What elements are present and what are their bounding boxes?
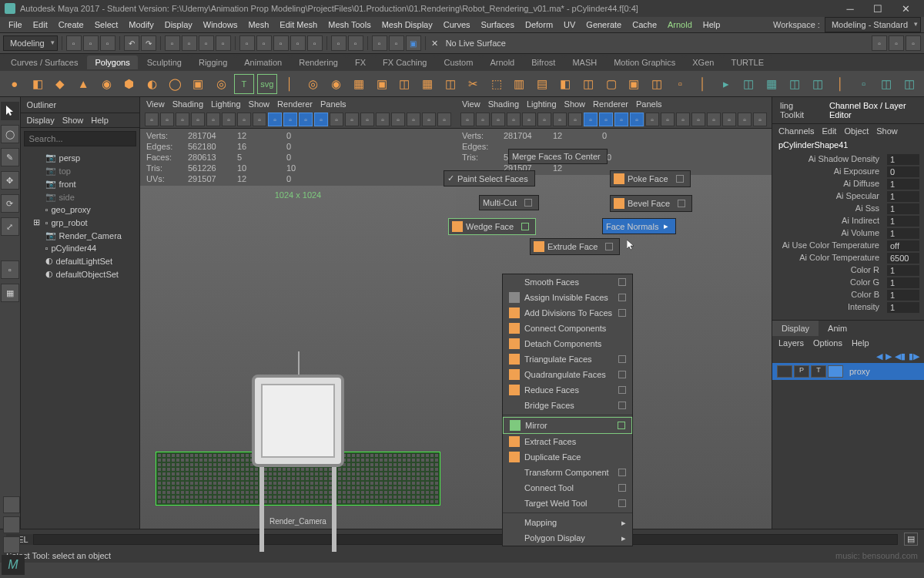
script-editor-icon[interactable]: ▤ (904, 533, 918, 546)
vp-icon-4[interactable]: ▫ (522, 113, 536, 126)
menu-mesh-display[interactable]: Mesh Display (377, 18, 438, 31)
shelf-poly-icon-9[interactable]: ◎ (211, 74, 231, 94)
layer-move-down-icon[interactable]: ◀ (876, 351, 882, 361)
vp-icon-2[interactable]: ▫ (176, 113, 189, 126)
shelf-poly-icon-12[interactable]: │ (280, 74, 300, 94)
layout-single-icon[interactable]: ▫ (1, 260, 19, 279)
shelf-poly-icon-26[interactable]: ▢ (601, 74, 621, 94)
menu-file[interactable]: File (3, 18, 28, 31)
open-scene-icon[interactable]: ▫ (83, 35, 99, 51)
ctx-bridge-faces[interactable]: Bridge Faces (503, 398, 632, 413)
shelf-poly-icon-36[interactable]: │ (831, 74, 851, 94)
ctx-detach-components[interactable]: Detach Components (503, 336, 632, 351)
outliner-menu-help[interactable]: Help (91, 116, 109, 125)
shelf-poly-icon-30[interactable]: │ (693, 74, 713, 94)
close-button[interactable]: ✕ (892, 3, 919, 15)
paint-select-icon[interactable]: ▫ (216, 35, 231, 51)
mm-poke-face[interactable]: Poke Face (610, 170, 691, 187)
attr-ai-indirect[interactable]: 1 (887, 216, 919, 227)
select-icon[interactable]: ▫ (182, 35, 197, 51)
attr-color-r[interactable]: 1 (887, 265, 919, 276)
minimize-button[interactable]: ─ (836, 3, 864, 15)
vp-icon-10[interactable]: ▫ (299, 113, 313, 126)
save-scene-icon[interactable]: ▫ (100, 35, 116, 51)
shelf-tab-arnold[interactable]: Arnold (482, 55, 522, 69)
snap-grid-icon[interactable]: ▫ (239, 35, 255, 51)
ctx-reduce-faces[interactable]: Reduce Faces (503, 382, 632, 398)
shelf-poly-icon-0[interactable]: ● (5, 74, 25, 94)
vp-icon-7[interactable]: ▫ (253, 113, 266, 126)
shelf-poly-icon-35[interactable]: ◫ (808, 74, 828, 94)
vp-icon-18[interactable]: ▫ (422, 113, 436, 126)
time-slider-track[interactable] (33, 534, 898, 545)
attr-ai-specular[interactable]: 1 (887, 191, 919, 202)
select-by-type-icon[interactable]: ▫ (165, 35, 180, 51)
outliner-node-grp_robot[interactable]: ⊞▫grp_robot (24, 216, 136, 229)
vp-icon-14[interactable]: ▫ (676, 113, 690, 126)
menu-deform[interactable]: Deform (520, 18, 558, 31)
ctx-triangulate-faces[interactable]: Triangulate Faces (503, 351, 632, 367)
layer-tab-anim[interactable]: Anim (819, 321, 856, 336)
ctx-assign-invisible-faces[interactable]: Assign Invisible Faces (503, 290, 632, 305)
shelf-poly-icon-16[interactable]: ▣ (372, 74, 392, 94)
vp-icon-1[interactable]: ▫ (476, 113, 490, 126)
new-scene-icon[interactable]: ▫ (66, 35, 82, 51)
vp-icon-5[interactable]: ▫ (222, 113, 236, 126)
vp-menu-show[interactable]: Show (564, 99, 586, 109)
outliner-node-top[interactable]: 📷top (24, 164, 136, 177)
layer-vis-toggle[interactable] (777, 365, 792, 378)
shelf-poly-icon-32[interactable]: ◫ (739, 74, 759, 94)
select-tool-icon[interactable] (1, 102, 19, 120)
shelf-tab-motion-graphics[interactable]: Motion Graphics (606, 55, 683, 69)
undo-icon[interactable]: ↶ (124, 35, 139, 51)
extra-tool-2-icon[interactable] (3, 516, 20, 533)
vp-icon-19[interactable]: ▫ (437, 113, 451, 126)
ctx-duplicate-face[interactable]: Duplicate Face (503, 449, 632, 465)
menu-windows[interactable]: Windows (198, 18, 243, 31)
layer-color-swatch[interactable] (828, 365, 843, 378)
shelf-poly-icon-7[interactable]: ◯ (166, 74, 186, 94)
vp-menu-panels[interactable]: Panels (636, 99, 662, 109)
vp-icon-9[interactable]: ▫ (599, 113, 613, 126)
vp-icon-4[interactable]: ▫ (206, 113, 220, 126)
shelf-poly-icon-2[interactable]: ◆ (51, 74, 71, 94)
vp-menu-view[interactable]: View (146, 99, 165, 109)
outliner-node-defaultobjectset[interactable]: ◐defaultObjectSet (24, 267, 136, 281)
vp-icon-13[interactable]: ▫ (345, 113, 359, 126)
layer-new-icon[interactable]: ◀▮ (895, 351, 906, 361)
tab-modeling-toolkit[interactable]: ling Toolkit (775, 99, 819, 122)
menu-uv[interactable]: UV (558, 18, 581, 31)
menu-mesh[interactable]: Mesh (243, 18, 274, 31)
rotate-tool-icon[interactable]: ⟳ (1, 194, 19, 213)
vp-icon-1[interactable]: ▫ (160, 113, 174, 126)
menu-curves[interactable]: Curves (438, 18, 476, 31)
lasso-tool-icon[interactable]: ◯ (1, 125, 19, 143)
time-slider[interactable]: MEL ▤ (0, 529, 924, 549)
menu-generate[interactable]: Generate (581, 18, 627, 31)
shelf-poly-icon-33[interactable]: ▦ (762, 74, 782, 94)
layer-name[interactable]: proxy (849, 367, 870, 376)
attr-ai-exposure[interactable]: 0 (887, 166, 919, 177)
selected-node-name[interactable]: pCylinderShape41 (772, 138, 924, 152)
menu-select[interactable]: Select (89, 18, 124, 31)
shelf-tab-fx[interactable]: FX (347, 55, 373, 69)
toggle-icon[interactable]: ▫ (872, 35, 887, 51)
layer-tab-display[interactable]: Display (772, 321, 819, 336)
vp-icon-9[interactable]: ▫ (283, 113, 297, 126)
vp-menu-lighting[interactable]: Lighting (527, 99, 557, 109)
ctx-quadrangulate-faces[interactable]: Quadrangulate Faces (503, 367, 632, 382)
outliner-node-render_camera[interactable]: 📷Render_Camera (24, 229, 136, 242)
mm-bevel-face[interactable]: Bevel Face (610, 195, 692, 212)
shelf-poly-icon-11[interactable]: svg (257, 74, 277, 94)
vp-icon-8[interactable]: ▫ (268, 113, 282, 126)
vp-icon-8[interactable]: ▫ (584, 113, 598, 126)
shelf-tab-sculpting[interactable]: Sculpting (139, 55, 189, 69)
vp-icon-14[interactable]: ▫ (360, 113, 374, 126)
outliner-node-side[interactable]: 📷side (24, 190, 136, 203)
ctx-smooth-faces[interactable]: Smooth Faces (503, 274, 632, 290)
snap-curve-icon[interactable]: ▫ (256, 35, 272, 51)
shelf-poly-icon-24[interactable]: ◧ (555, 74, 575, 94)
shelf-poly-icon-25[interactable]: ◫ (578, 74, 598, 94)
shelf-poly-icon-3[interactable]: ▲ (73, 74, 93, 94)
attr-ai-sss[interactable]: 1 (887, 203, 919, 214)
